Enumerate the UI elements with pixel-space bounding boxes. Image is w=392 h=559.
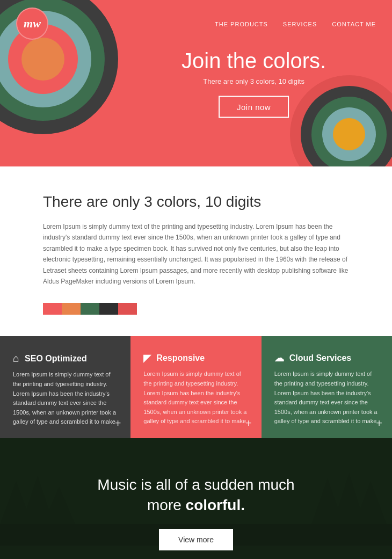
music-title-line1: Music is all of a sudden much [97, 476, 294, 493]
logo-text: mw [24, 17, 41, 31]
music-content: Music is all of a sudden much more color… [97, 476, 294, 550]
feature-responsive-text: Lorem Ipsum is simply dummy text of the … [143, 369, 248, 426]
feature-cloud: ☁ Cloud Services Lorem Ipsum is simply d… [262, 336, 392, 438]
cloud-icon: ☁ [274, 352, 284, 364]
nav-services[interactable]: SERVICES [283, 21, 317, 27]
feature-cloud-text: Lorem Ipsum is simply dummy text of the … [274, 369, 379, 426]
join-button[interactable]: Join now [219, 96, 289, 118]
feature-seo-title: ⌂ SEO Optimized [13, 352, 118, 365]
responsive-icon: ◤ [143, 352, 151, 364]
swatch-3 [81, 303, 99, 315]
seo-plus-button[interactable]: + [115, 417, 121, 430]
nav-products[interactable]: THE PRODUCTS [215, 21, 268, 27]
swatch-5 [118, 303, 137, 315]
logo[interactable]: mw [16, 8, 48, 40]
swatch-1 [43, 303, 62, 315]
swatch-4 [99, 303, 118, 315]
music-title-line2: more colorful. [97, 497, 294, 514]
hero-title: Join the colors. [182, 49, 326, 73]
feature-seo: ⌂ SEO Optimized Lorem Ipsum is simply du… [0, 336, 130, 438]
hero-subtitle: There are only 3 colors, 10 digits [182, 77, 326, 85]
info-section: There are only 3 colors, 10 digits Lorem… [0, 166, 392, 336]
info-title: There are only 3 colors, 10 digits [43, 193, 349, 210]
feature-seo-text: Lorem Ipsum is simply dummy text of the … [13, 370, 118, 427]
feature-responsive: ◤ Responsive Lorem Ipsum is simply dummy… [130, 336, 261, 438]
music-section: Music is all of a sudden much more color… [0, 438, 392, 559]
features-section: ⌂ SEO Optimized Lorem Ipsum is simply du… [0, 336, 392, 438]
feature-cloud-title: ☁ Cloud Services [274, 352, 379, 364]
info-text: Lorem Ipsum is simply dummy text of the … [43, 221, 349, 287]
nav-links: THE PRODUCTS SERVICES CONTACT ME [215, 19, 376, 28]
cloud-plus-button[interactable]: + [376, 417, 382, 430]
view-more-button[interactable]: View more [159, 529, 233, 550]
hero-section: mw THE PRODUCTS SERVICES CONTACT ME Join… [0, 0, 392, 166]
feature-responsive-title: ◤ Responsive [143, 352, 248, 364]
seo-icon: ⌂ [13, 352, 19, 365]
color-swatches [43, 303, 137, 315]
navigation: mw THE PRODUCTS SERVICES CONTACT ME [0, 0, 392, 47]
nav-contact[interactable]: CONTACT ME [332, 21, 376, 27]
swatch-2 [62, 303, 81, 315]
hero-content: Join the colors. There are only 3 colors… [182, 49, 326, 118]
responsive-plus-button[interactable]: + [245, 417, 252, 430]
